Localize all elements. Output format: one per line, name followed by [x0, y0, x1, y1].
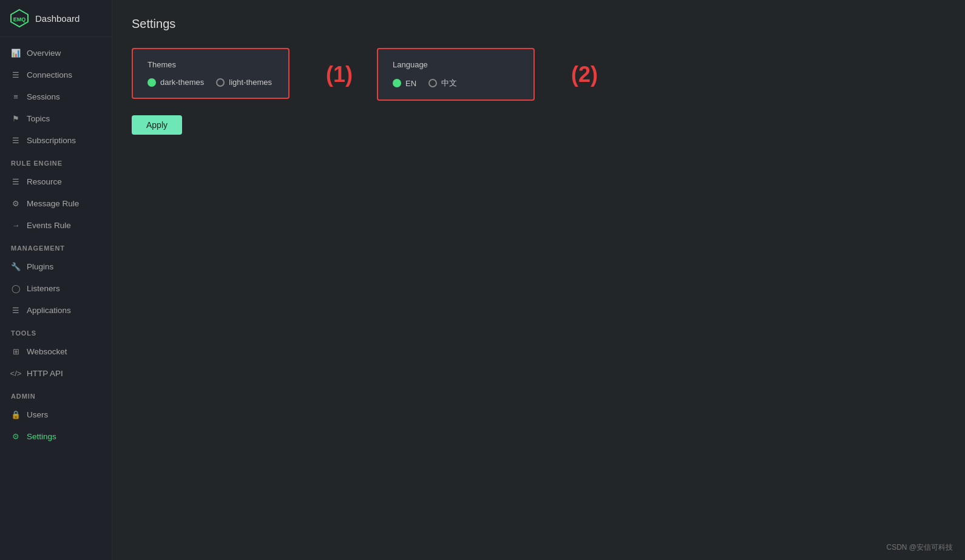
sidebar-item-websocket[interactable]: ⊞ Websocket [0, 340, 112, 362]
sidebar-item-applications[interactable]: ☰ Applications [0, 299, 112, 321]
sidebar-item-resource[interactable]: ☰ Resource [0, 170, 112, 192]
sidebar-item-message-rule[interactable]: ⚙ Message Rule [0, 192, 112, 214]
dark-themes-radio-dot [147, 78, 156, 87]
svg-text:EMQ: EMQ [13, 16, 26, 22]
en-option[interactable]: EN [393, 79, 416, 88]
zh-label: 中文 [441, 78, 457, 89]
themes-card: Themes dark-themes light-themes [132, 48, 290, 99]
http-api-icon: </> [11, 368, 21, 378]
apply-button[interactable]: Apply [132, 115, 182, 135]
tools-section-label: TOOLS [0, 321, 112, 340]
connections-icon: ☰ [11, 70, 21, 79]
sidebar-item-websocket-label: Websocket [27, 347, 67, 356]
websocket-icon: ⊞ [11, 346, 21, 356]
sidebar-item-subscriptions[interactable]: ☰ Subscriptions [0, 129, 112, 151]
sidebar-item-users-label: Users [27, 410, 48, 419]
emq-logo: EMQ [10, 8, 29, 28]
page-title: Settings [132, 17, 946, 31]
sidebar-nav: 📊 Overview ☰ Connections ≡ Sessions ⚑ To… [0, 37, 112, 560]
dark-themes-option[interactable]: dark-themes [147, 78, 204, 87]
settings-icon: ⚙ [11, 431, 21, 441]
message-rule-icon: ⚙ [11, 198, 21, 208]
sidebar-item-http-api[interactable]: </> HTTP API [0, 362, 112, 384]
language-annotation: (2) [571, 62, 598, 87]
subscriptions-icon: ☰ [11, 135, 21, 145]
language-card: Language EN 中文 [377, 48, 535, 101]
applications-icon: ☰ [11, 305, 21, 315]
sidebar-item-http-api-label: HTTP API [27, 369, 63, 378]
dark-themes-label: dark-themes [160, 78, 204, 87]
users-icon: 🔒 [11, 410, 21, 419]
management-section-label: MANAGEMENT [0, 236, 112, 255]
rule-engine-section-label: Rule Engine [0, 151, 112, 170]
sidebar-item-connections-label: Connections [27, 70, 72, 79]
themes-radio-group: dark-themes light-themes [147, 78, 274, 87]
themes-card-title: Themes [147, 60, 274, 69]
sidebar-item-plugins[interactable]: 🔧 Plugins [0, 255, 112, 277]
en-label: EN [405, 79, 416, 88]
sidebar-item-plugins-label: Plugins [27, 262, 53, 271]
sidebar: EMQ Dashboard 📊 Overview ☰ Connections ≡… [0, 0, 112, 560]
language-radio-group: EN 中文 [393, 78, 519, 89]
sidebar-brand-title: Dashboard [35, 13, 80, 24]
sidebar-item-events-rule[interactable]: → Events Rule [0, 214, 112, 236]
sidebar-item-sessions-label: Sessions [27, 92, 60, 101]
topics-icon: ⚑ [11, 113, 21, 123]
sidebar-item-listeners-label: Listeners [27, 284, 60, 293]
settings-row: Themes dark-themes light-themes (1) Lang… [132, 48, 946, 101]
sidebar-item-overview[interactable]: 📊 Overview [0, 42, 112, 64]
admin-section-label: ADMIN [0, 384, 112, 403]
sidebar-item-message-rule-label: Message Rule [27, 199, 79, 208]
sidebar-item-subscriptions-label: Subscriptions [27, 136, 76, 145]
sessions-icon: ≡ [11, 92, 21, 101]
light-themes-radio-dot [216, 78, 225, 87]
plugins-icon: 🔧 [11, 261, 21, 271]
themes-annotation: (1) [326, 62, 353, 87]
sidebar-item-settings[interactable]: ⚙ Settings [0, 425, 112, 447]
sidebar-item-listeners[interactable]: ◯ Listeners [0, 277, 112, 299]
sidebar-item-events-rule-label: Events Rule [27, 221, 71, 230]
sidebar-item-topics-label: Topics [27, 114, 50, 123]
light-themes-option[interactable]: light-themes [216, 78, 272, 87]
sidebar-item-sessions[interactable]: ≡ Sessions [0, 86, 112, 107]
zh-radio-dot [428, 79, 437, 87]
sidebar-item-users[interactable]: 🔒 Users [0, 403, 112, 425]
sidebar-item-applications-label: Applications [27, 306, 71, 315]
en-radio-dot [393, 79, 401, 87]
sidebar-item-topics[interactable]: ⚑ Topics [0, 107, 112, 129]
sidebar-item-settings-label: Settings [27, 432, 56, 441]
listeners-icon: ◯ [11, 283, 21, 293]
sidebar-item-resource-label: Resource [27, 177, 62, 186]
language-card-title: Language [393, 60, 519, 69]
main-content: Settings Themes dark-themes light-themes… [112, 0, 965, 560]
zh-option[interactable]: 中文 [428, 78, 457, 89]
overview-icon: 📊 [11, 48, 21, 58]
events-rule-icon: → [11, 220, 21, 230]
sidebar-item-connections[interactable]: ☰ Connections [0, 64, 112, 86]
sidebar-header: EMQ Dashboard [0, 0, 112, 37]
light-themes-label: light-themes [229, 78, 272, 87]
footer-text: CSDN @安信可科技 [886, 542, 953, 553]
sidebar-item-overview-label: Overview [27, 49, 61, 58]
resource-icon: ☰ [11, 177, 21, 186]
